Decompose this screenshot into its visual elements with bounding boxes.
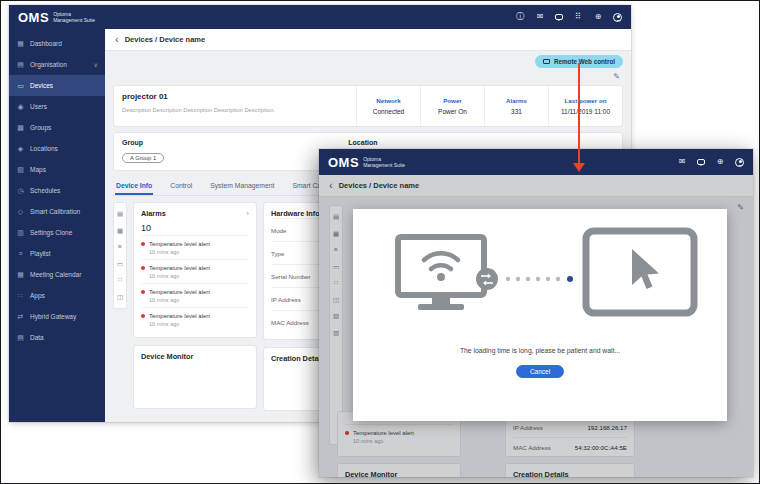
sidebar-label: Organisation bbox=[30, 61, 67, 68]
alarm-time: 10 mins ago bbox=[141, 321, 249, 327]
sidebar-item-maps[interactable]: ▧Maps bbox=[9, 159, 105, 180]
chat-icon[interactable] bbox=[555, 14, 563, 20]
sidebar-item-users[interactable]: ◉Users bbox=[9, 96, 105, 117]
info-icon[interactable]: ⓘ bbox=[515, 13, 525, 21]
brand-line2: Management Suite bbox=[363, 162, 405, 168]
rail-icon[interactable]: ◫ bbox=[117, 294, 123, 301]
oms-logo: OMS Optoma Management Suite bbox=[18, 10, 95, 25]
dashboard-icon: ▦ bbox=[16, 40, 25, 47]
oms-logo: OMS Optoma Management Suite bbox=[328, 155, 405, 170]
loading-message: The loading time is long, please be pati… bbox=[460, 347, 620, 354]
stat-value: 331 bbox=[511, 108, 522, 115]
sidebar-item-groups[interactable]: ▩Groups bbox=[9, 117, 105, 138]
tab-device-info[interactable]: Device Info bbox=[115, 179, 153, 195]
hw-label: Mode bbox=[271, 227, 286, 234]
sidebar-label: Playlist bbox=[30, 250, 51, 257]
oms-logo-subtitle: Optoma Management Suite bbox=[363, 156, 405, 168]
users-icon: ◉ bbox=[16, 103, 25, 110]
location-label: Location bbox=[348, 139, 452, 146]
hw-label: Serial Number bbox=[271, 273, 311, 280]
screenshot-canvas: OMS Optoma Management Suite ⓘ ✉ ⠿ ⊕ ▦Das… bbox=[0, 0, 760, 484]
sidebar-item-dashboard[interactable]: ▦Dashboard bbox=[9, 33, 105, 54]
sidebar-item-data[interactable]: ▤Data bbox=[9, 327, 105, 348]
cancel-button[interactable]: Cancel bbox=[516, 365, 564, 378]
group-label: Group bbox=[122, 139, 348, 146]
sidebar-label: Meeting Calendar bbox=[30, 271, 81, 278]
target-screen-icon bbox=[586, 231, 694, 313]
schedules-icon: ◷ bbox=[16, 187, 25, 194]
front-window-body: ‹ Devices / Device name ✎ ▤ ▦ ≡ ▭ ∷ ◫ ▧ … bbox=[319, 175, 753, 477]
chevron-down-icon: ∨ bbox=[94, 61, 98, 68]
header-icon-group: ✉ ⊕ bbox=[677, 158, 744, 167]
tab-control[interactable]: Control bbox=[169, 179, 193, 195]
device-summary-left: projector 01 Description Description Des… bbox=[114, 86, 356, 126]
edit-pencil-icon[interactable]: ✎ bbox=[613, 73, 620, 81]
alert-dot-icon bbox=[141, 266, 145, 270]
stat-last-power-on: Last power on 11/11/2019 11:00 bbox=[548, 86, 622, 126]
apps-grid-icon[interactable]: ⠿ bbox=[573, 13, 583, 21]
remote-connection-illustration bbox=[380, 225, 700, 335]
sidebar-item-playlist[interactable]: ≡Playlist bbox=[9, 243, 105, 264]
stat-label: Power bbox=[443, 97, 462, 104]
tab-system-management[interactable]: System Management bbox=[209, 179, 275, 195]
back-arrow-icon[interactable]: ‹ bbox=[115, 34, 119, 45]
breadcrumb-text: Devices / Device name bbox=[125, 35, 205, 44]
sidebar-label: Locations bbox=[30, 145, 58, 152]
account-icon[interactable] bbox=[613, 13, 622, 22]
sidebar-label: Groups bbox=[30, 124, 51, 131]
alarm-time: 10 mins ago bbox=[141, 273, 249, 279]
sidebar-item-smart-calibration[interactable]: ◇Smart Calibration bbox=[9, 201, 105, 222]
stat-alarms: Alarms 331 bbox=[484, 86, 548, 126]
oms-logo-subtitle: Optoma Management Suite bbox=[53, 11, 95, 23]
hybrid-gateway-icon: ⇄ bbox=[16, 313, 25, 320]
sidebar-item-schedules[interactable]: ◷Schedules bbox=[9, 180, 105, 201]
group-section: Group A Group 1 bbox=[122, 139, 348, 164]
sidebar-label: Dashboard bbox=[30, 40, 62, 47]
annotation-arrow-head bbox=[573, 163, 585, 172]
hw-label: MAC Address bbox=[271, 319, 309, 326]
rail-icon[interactable]: ▭ bbox=[117, 261, 123, 268]
sidebar-label: Data bbox=[30, 334, 44, 341]
account-icon[interactable] bbox=[735, 158, 744, 167]
playlist-icon: ≡ bbox=[16, 250, 25, 257]
device-monitor-card: Device Monitor bbox=[133, 345, 257, 409]
device-summary-card: projector 01 Description Description Des… bbox=[113, 85, 623, 127]
chevron-right-icon[interactable]: › bbox=[246, 210, 249, 218]
remote-control-window: OMS Optoma Management Suite ✉ ⊕ ‹ Device… bbox=[319, 149, 753, 477]
alarm-text: Temperature level alert bbox=[149, 289, 210, 295]
sidebar-item-apps[interactable]: ∷Apps bbox=[9, 285, 105, 306]
alarm-time: 10 mins ago bbox=[141, 297, 249, 303]
apps-icon: ∷ bbox=[16, 292, 25, 299]
alarms-card: Alarms › 10 Temperature level alert 10 m… bbox=[133, 202, 257, 338]
globe-icon[interactable]: ⊕ bbox=[593, 13, 603, 21]
smart-calibration-icon: ◇ bbox=[16, 208, 25, 215]
sidebar-item-organisation[interactable]: ▤Organisation∨ bbox=[9, 54, 105, 75]
mail-icon[interactable]: ✉ bbox=[535, 13, 545, 21]
globe-icon[interactable]: ⊕ bbox=[715, 158, 725, 166]
sidebar-label: Schedules bbox=[30, 187, 60, 194]
mail-icon[interactable]: ✉ bbox=[677, 158, 687, 166]
rail-icon[interactable]: ≡ bbox=[118, 244, 122, 251]
sidebar-item-hybrid-gateway[interactable]: ⇄Hybrid Gateway bbox=[9, 306, 105, 327]
sidebar-item-locations[interactable]: ◈Locations bbox=[9, 138, 105, 159]
alarms-count: 10 bbox=[141, 223, 249, 233]
hardware-info-title: Hardware Info bbox=[271, 209, 320, 218]
rail-icon[interactable]: ∷ bbox=[118, 277, 122, 284]
alert-dot-icon bbox=[141, 242, 145, 246]
rail-icon[interactable]: ▦ bbox=[117, 228, 123, 235]
sidebar-item-settings-clone[interactable]: ▥Settings Clone bbox=[9, 222, 105, 243]
alarm-list-item: Temperature level alert 10 mins ago bbox=[141, 307, 249, 331]
sidebar-label: Maps bbox=[30, 166, 46, 173]
sync-badge-icon bbox=[476, 268, 498, 290]
sidebar-item-devices[interactable]: ▭Devices bbox=[9, 75, 105, 96]
device-monitor-title: Device Monitor bbox=[141, 352, 193, 361]
chat-icon[interactable] bbox=[697, 159, 705, 165]
breadcrumb: ‹ Devices / Device name bbox=[105, 29, 631, 51]
remote-button-label: Remote Web control bbox=[554, 58, 615, 65]
rail-icon[interactable]: ▤ bbox=[117, 211, 123, 218]
sidebar-item-meeting-calendar[interactable]: ▦Meeting Calendar bbox=[9, 264, 105, 285]
locations-icon: ◈ bbox=[16, 145, 25, 152]
oms-logo-text: OMS bbox=[18, 10, 49, 25]
brand-line2: Management Suite bbox=[53, 17, 95, 23]
annotation-arrow-line bbox=[578, 63, 580, 164]
